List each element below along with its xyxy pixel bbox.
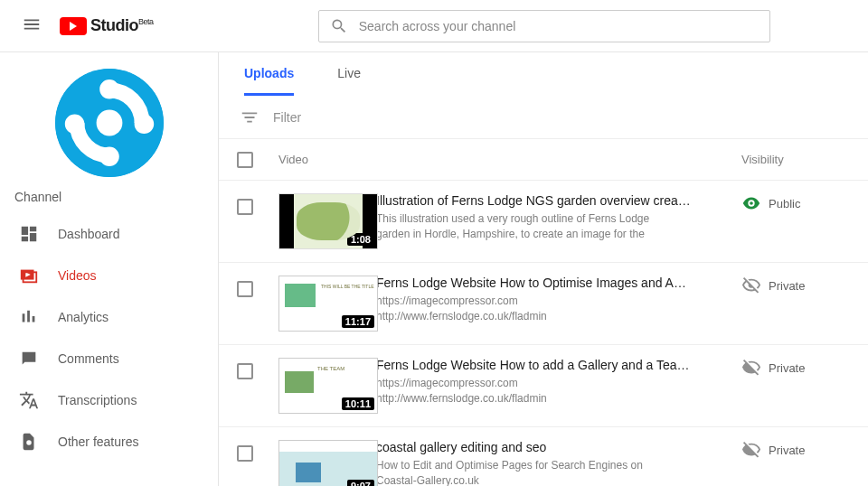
sidebar-item-label: Other features	[58, 435, 200, 449]
youtube-icon	[60, 17, 87, 35]
comments-icon	[18, 348, 40, 369]
video-description: https://imagecompressor.comhttp://www.fe…	[376, 294, 723, 324]
tab-uploads[interactable]: Uploads	[244, 52, 294, 96]
sidebar-item-label: Dashboard	[58, 227, 200, 241]
search-input[interactable]	[359, 19, 759, 33]
video-description: https://imagecompressor.comhttp://www.fe…	[376, 376, 723, 407]
video-thumbnail[interactable]: 1:08	[278, 193, 378, 249]
video-description: This illustration used a very rough outl…	[376, 211, 723, 242]
video-title[interactable]: Illustration of Ferns Lodge NGS garden o…	[376, 193, 720, 208]
visibility-label: Private	[769, 279, 805, 293]
brand-name: StudioBeta	[90, 16, 154, 35]
visibility-label: Private	[769, 361, 805, 375]
video-title[interactable]: Ferns Lodge Website How to add a Gallery…	[376, 358, 720, 372]
table-row[interactable]: 9:07 coastal gallery editing and seo How…	[219, 427, 868, 486]
visibility-private-icon	[741, 440, 761, 460]
video-title[interactable]: coastal gallery editing and seo	[376, 440, 720, 454]
filter-placeholder[interactable]: Filter	[273, 110, 301, 125]
search-bar[interactable]	[318, 10, 770, 42]
video-thumbnail[interactable]: 9:07	[278, 440, 378, 486]
row-checkbox[interactable]	[237, 281, 253, 297]
visibility-label: Private	[769, 444, 805, 457]
visibility-cell[interactable]: Private	[741, 276, 850, 295]
channel-avatar[interactable]	[55, 69, 164, 177]
table-row[interactable]: 11:17 Ferns Lodge Website How to Optimis…	[219, 263, 868, 345]
dashboard-icon	[18, 223, 40, 245]
sidebar-item-transcriptions[interactable]: Transcriptions	[0, 379, 218, 421]
sidebar-item-analytics[interactable]: Analytics	[0, 296, 218, 338]
visibility-private-icon	[741, 358, 761, 378]
video-duration: 1:08	[347, 233, 374, 246]
transcriptions-icon	[18, 389, 40, 411]
videos-icon	[18, 265, 40, 286]
visibility-cell[interactable]: Public	[741, 193, 850, 213]
search-icon	[330, 17, 348, 35]
column-visibility: Visibility	[741, 153, 850, 166]
filter-icon[interactable]	[239, 107, 260, 127]
hamburger-menu[interactable]	[14, 7, 49, 45]
sidebar-item-label: Videos	[58, 268, 200, 283]
svg-point-1	[96, 110, 122, 136]
row-checkbox[interactable]	[237, 445, 253, 462]
visibility-cell[interactable]: Private	[741, 440, 850, 460]
visibility-private-icon	[741, 276, 761, 295]
visibility-public-icon	[741, 193, 761, 213]
sidebar-item-label: Transcriptions	[58, 393, 200, 407]
tab-live[interactable]: Live	[337, 52, 361, 96]
sidebar: Channel Dashboard Videos Analytics Comme…	[0, 52, 219, 486]
row-checkbox[interactable]	[237, 199, 253, 215]
video-title[interactable]: Ferns Lodge Website How to Optimise Imag…	[376, 276, 720, 290]
row-checkbox[interactable]	[237, 363, 253, 379]
video-duration: 11:17	[342, 315, 374, 328]
sidebar-item-videos[interactable]: Videos	[0, 255, 218, 296]
video-duration: 10:11	[342, 397, 374, 410]
channel-label: Channel	[0, 190, 218, 213]
sidebar-item-dashboard[interactable]: Dashboard	[0, 213, 218, 255]
svg-point-4	[30, 445, 33, 448]
video-duration: 9:07	[347, 480, 374, 486]
analytics-icon	[18, 306, 40, 328]
table-row[interactable]: 1:08 Illustration of Ferns Lodge NGS gar…	[219, 181, 868, 263]
video-thumbnail[interactable]: 10:11	[278, 358, 378, 414]
select-all-checkbox[interactable]	[237, 152, 253, 168]
table-header: Video Visibility	[219, 139, 868, 181]
table-row[interactable]: 10:11 Ferns Lodge Website How to add a G…	[219, 345, 868, 427]
video-description: How to Edit and Optimise Pages for Searc…	[376, 458, 723, 486]
youtube-studio-logo[interactable]: StudioBeta	[60, 16, 154, 35]
sidebar-item-other-features[interactable]: Other features	[0, 421, 218, 463]
sidebar-item-comments[interactable]: Comments	[0, 338, 218, 379]
column-video: Video	[278, 153, 376, 166]
sidebar-item-label: Comments	[58, 351, 200, 366]
sidebar-item-label: Analytics	[58, 310, 200, 324]
video-thumbnail[interactable]: 11:17	[278, 276, 378, 332]
other-features-icon	[18, 431, 40, 453]
visibility-label: Public	[769, 197, 800, 210]
visibility-cell[interactable]: Private	[741, 358, 850, 378]
